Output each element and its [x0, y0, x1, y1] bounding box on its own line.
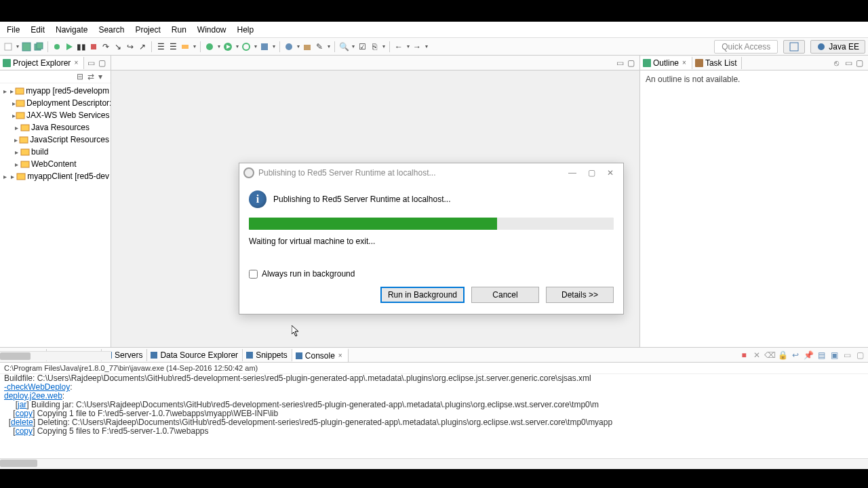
search-tool-icon[interactable]: 🔍 — [338, 41, 349, 52]
indent-icon[interactable]: ☰ — [155, 41, 166, 52]
wand-icon[interactable]: ✎ — [314, 41, 325, 52]
tree-item[interactable]: ▸▸myapp [red5-developm — [1, 85, 109, 97]
open-console-icon[interactable]: ▣ — [829, 350, 840, 361]
web-dropdown[interactable] — [296, 41, 300, 52]
display-selected-icon[interactable]: ▤ — [816, 350, 827, 361]
tab-data-source-explorer[interactable]: Data Source Explorer — [147, 349, 243, 361]
console-link[interactable]: copy — [16, 409, 33, 418]
collapse-all-icon[interactable]: ⊟ — [77, 72, 86, 81]
word-wrap-icon[interactable]: ↩ — [790, 350, 801, 361]
console-link[interactable]: copy — [16, 426, 33, 436]
minimize-icon[interactable]: ▭ — [842, 350, 852, 361]
step-return-icon[interactable]: ↗ — [137, 41, 148, 52]
project-explorer-h-scrollbar[interactable] — [0, 351, 111, 361]
step-icon[interactable]: ↷ — [100, 41, 111, 52]
maximize-icon[interactable]: ▢ — [856, 58, 865, 68]
outdent-icon[interactable]: ☰ — [167, 41, 178, 52]
save-all-icon[interactable] — [33, 41, 44, 52]
external-tools-icon[interactable] — [259, 41, 270, 52]
menu-run[interactable]: Run — [166, 23, 192, 37]
tab-snippets[interactable]: Snippets — [243, 349, 292, 361]
expand-icon[interactable]: ▸ — [1, 87, 8, 95]
menu-navigate[interactable]: Navigate — [50, 23, 93, 37]
editor-maximize-icon[interactable]: ▢ — [627, 58, 637, 68]
ext-dropdown[interactable] — [271, 41, 276, 52]
forward-dropdown[interactable] — [424, 41, 429, 52]
pause-icon[interactable]: ▮▮ — [76, 41, 87, 52]
tab-close-icon[interactable]: × — [681, 59, 688, 66]
clear-icon[interactable]: ⌫ — [764, 350, 775, 361]
menu-window[interactable]: Window — [192, 23, 232, 37]
dialog-close-icon[interactable]: ✕ — [601, 166, 619, 180]
run-last-icon[interactable] — [241, 41, 252, 52]
tab-console[interactable]: Console× — [292, 348, 349, 362]
console-link[interactable]: deploy.j2ee.web — [4, 391, 62, 401]
tree-item[interactable]: ▸WebContent — [1, 158, 109, 170]
back-nav-icon[interactable]: ← — [393, 41, 404, 52]
save-icon[interactable] — [21, 41, 32, 52]
tree-item[interactable]: ▸Deployment Descriptor: — [1, 97, 109, 109]
tab-outline[interactable]: Outline × — [640, 57, 692, 69]
task-icon[interactable]: ☑ — [357, 41, 368, 52]
link-editor-icon[interactable]: ⇄ — [87, 72, 97, 81]
perspective-javaee-button[interactable]: Java EE — [810, 40, 865, 54]
terminate-icon[interactable]: ■ — [738, 350, 749, 361]
server-dropdown[interactable] — [192, 41, 197, 52]
wand-dropdown[interactable] — [326, 41, 331, 52]
run-in-background-button[interactable]: Run in Background — [380, 287, 465, 303]
menu-help[interactable]: Help — [232, 23, 260, 37]
new-web-icon[interactable] — [283, 41, 294, 52]
run-last-dropdown[interactable] — [253, 41, 258, 52]
expand-icon[interactable]: ▸ — [12, 161, 20, 168]
nav-dropdown[interactable] — [381, 41, 386, 52]
back-dropdown[interactable] — [406, 41, 410, 52]
run-green-icon[interactable] — [222, 41, 233, 52]
expand-icon[interactable]: ▸ — [1, 173, 9, 180]
menu-edit[interactable]: Edit — [25, 23, 50, 37]
forward-nav-icon[interactable]: → — [412, 41, 422, 52]
nav-icon[interactable]: ⎘ — [369, 41, 380, 52]
expand-icon[interactable]: ▸ — [12, 136, 19, 144]
console-h-scrollbar[interactable] — [0, 458, 868, 468]
tree-item[interactable]: ▸▸myappClient [red5-dev — [1, 170, 109, 182]
debug-icon[interactable] — [52, 41, 62, 52]
new-icon[interactable] — [3, 41, 14, 52]
run-dropdown[interactable] — [235, 41, 239, 52]
console-link[interactable]: jar — [18, 400, 26, 409]
scroll-lock-icon[interactable]: 🔒 — [777, 350, 788, 361]
details-button[interactable]: Details >> — [546, 287, 614, 303]
dialog-titlebar[interactable]: Publishing to Red5 Server Runtime at loc… — [239, 163, 623, 182]
editor-minimize-icon[interactable]: ▭ — [616, 58, 626, 68]
dialog-minimize-icon[interactable]: — — [564, 166, 581, 180]
dialog-maximize-icon[interactable]: ▢ — [583, 166, 600, 180]
expand-icon[interactable]: ▸ — [8, 87, 15, 95]
remove-all-icon[interactable]: ✕ — [751, 350, 762, 361]
search-dropdown[interactable] — [351, 41, 355, 52]
always-background-checkbox[interactable] — [249, 270, 258, 279]
tab-project-explorer[interactable]: Project Explorer × — [0, 57, 84, 69]
cancel-button[interactable]: Cancel — [471, 287, 539, 303]
console-link[interactable]: -checkWebDeploy — [4, 382, 70, 392]
stop-icon[interactable] — [88, 41, 99, 52]
maximize-icon[interactable]: ▢ — [854, 350, 865, 361]
new-dropdown[interactable] — [15, 41, 20, 52]
debug-dropdown[interactable] — [216, 41, 221, 52]
pin-icon[interactable]: 📌 — [803, 350, 814, 361]
tree-item[interactable]: ▸build — [1, 146, 109, 158]
menu-file[interactable]: File — [1, 23, 25, 37]
debug-bug-icon[interactable] — [204, 41, 215, 52]
run-play-icon[interactable] — [64, 41, 75, 52]
menu-search[interactable]: Search — [93, 23, 130, 37]
tab-close-icon[interactable]: × — [73, 59, 79, 66]
package-icon[interactable] — [302, 41, 313, 52]
tab-close-icon[interactable]: × — [337, 352, 344, 359]
tree-item[interactable]: ▸JavaScript Resources — [1, 134, 109, 146]
perspective-open-icon[interactable] — [783, 40, 805, 54]
focus-icon[interactable]: ⎋ — [834, 58, 844, 68]
expand-icon[interactable]: ▸ — [9, 173, 16, 180]
step-into-icon[interactable]: ↘ — [113, 41, 123, 52]
minimize-icon[interactable]: ▭ — [87, 58, 97, 68]
minimize-icon[interactable]: ▭ — [845, 58, 854, 68]
menu-project[interactable]: Project — [130, 23, 165, 37]
console-link[interactable]: delete — [11, 418, 33, 427]
